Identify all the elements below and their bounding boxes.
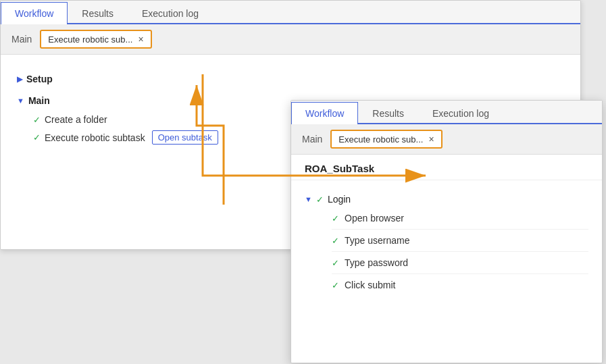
subtask-badge: Execute robotic sub... ×	[40, 30, 151, 49]
execute-subtask-label: Execute robotic subtask	[45, 132, 145, 143]
sub-tabs-bar: Workflow Results Execution log	[291, 101, 602, 124]
main-label: Main	[28, 95, 50, 106]
tab-workflow[interactable]: Workflow	[1, 2, 68, 24]
check-icon-create-folder: ✓	[33, 115, 41, 125]
open-browser-label: Open browser	[345, 213, 404, 224]
sub-tab-execution-log[interactable]: Execution log	[418, 102, 503, 124]
sub-breadcrumb-main: Main	[302, 134, 322, 145]
login-group: ▼ ✓ Login ✓ Open browser ✓ Type username…	[305, 191, 588, 296]
sub-close-button[interactable]: ×	[428, 134, 434, 145]
click-submit-label: Click submit	[345, 280, 395, 290]
breadcrumb-main: Main	[11, 34, 32, 45]
setup-section: ▶ Setup	[17, 71, 564, 87]
main-tabs-bar: Workflow Results Execution log	[1, 1, 580, 24]
type-password-label: Type password	[345, 257, 408, 268]
close-subtask-button[interactable]: ×	[138, 34, 143, 45]
login-item-open-browser: ✓ Open browser	[332, 207, 588, 230]
login-items: ✓ Open browser ✓ Type username ✓ Type pa…	[305, 207, 588, 296]
subtask-badge-label: Execute robotic sub...	[48, 34, 132, 45]
sub-breadcrumb-bar: Main Execute robotic sub... ×	[291, 124, 602, 155]
check-icon-login: ✓	[316, 194, 324, 205]
sub-tab-results[interactable]: Results	[358, 102, 418, 124]
login-header[interactable]: ▼ ✓ Login	[305, 191, 588, 207]
type-username-label: Type username	[345, 235, 410, 246]
subtask-title: ROA_SubTask	[291, 155, 602, 180]
sub-subtask-badge-label: Execute robotic sub...	[338, 134, 423, 145]
create-folder-label: Create a folder	[45, 114, 107, 125]
check-icon-execute-subtask: ✓	[33, 132, 41, 142]
sub-window: Workflow Results Execution log Main Exec…	[291, 100, 603, 363]
check-icon-type-password: ✓	[332, 258, 339, 268]
login-item-type-username: ✓ Type username	[332, 230, 588, 252]
login-chevron[interactable]: ▼	[305, 195, 312, 203]
login-item-click-submit: ✓ Click submit	[332, 274, 588, 296]
main-chevron[interactable]: ▼	[17, 97, 24, 105]
setup-group[interactable]: ▶ Setup	[17, 71, 564, 87]
check-icon-type-username: ✓	[332, 236, 339, 246]
setup-chevron[interactable]: ▶	[17, 75, 22, 84]
setup-label: Setup	[26, 74, 53, 84]
check-icon-open-browser: ✓	[332, 213, 339, 224]
main-breadcrumb-bar: Main Execute robotic sub... ×	[1, 24, 580, 55]
tab-results[interactable]: Results	[68, 2, 128, 24]
login-label: Login	[328, 194, 351, 205]
login-item-type-password: ✓ Type password	[332, 252, 588, 274]
subtask-content: ▼ ✓ Login ✓ Open browser ✓ Type username…	[291, 180, 602, 301]
tab-execution-log[interactable]: Execution log	[128, 2, 213, 24]
check-icon-click-submit: ✓	[332, 280, 339, 290]
open-subtask-button[interactable]: Open subtask	[152, 130, 218, 145]
sub-tab-workflow[interactable]: Workflow	[291, 102, 358, 124]
sub-subtask-badge: Execute robotic sub... ×	[330, 130, 442, 149]
